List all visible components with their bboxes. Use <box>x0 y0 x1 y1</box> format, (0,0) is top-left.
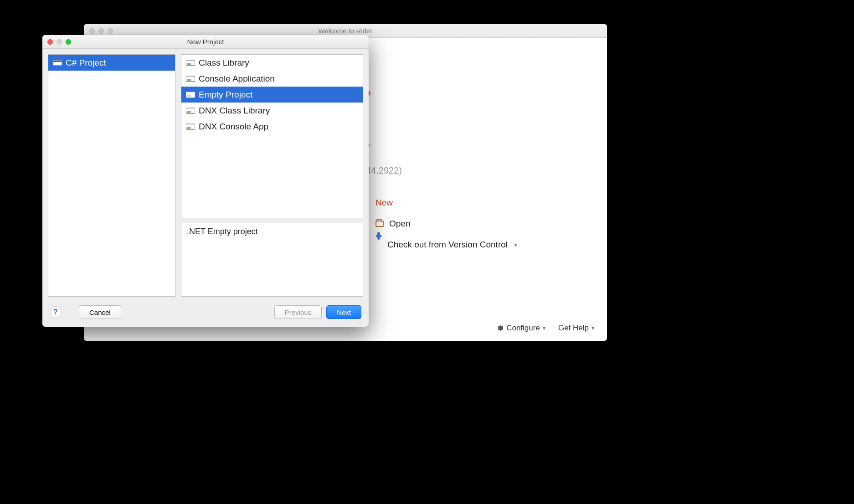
template-icon: c# <box>186 59 195 67</box>
arrow-down-icon <box>376 235 382 250</box>
template-item-dnx-console-app[interactable]: c# DNX Console App <box>181 118 363 134</box>
template-icon: c# <box>186 75 195 82</box>
category-pane: C# Project <box>48 54 175 297</box>
previous-button[interactable]: Previous <box>274 305 322 319</box>
svg-text:c#: c# <box>187 126 191 130</box>
gear-icon <box>496 324 504 332</box>
category-label: C# Project <box>66 58 106 68</box>
csharp-project-icon <box>53 59 62 67</box>
svg-text:c#: c# <box>187 110 191 114</box>
new-project-dialog: New Project C# Project c# Class Library … <box>42 35 369 327</box>
svg-rect-7 <box>53 61 62 62</box>
template-item-dnx-class-library[interactable]: c# DNX Class Library <box>181 103 363 118</box>
svg-text:c#: c# <box>187 62 191 66</box>
configure-menu[interactable]: Configure ▾ <box>496 324 545 333</box>
svg-text:c#: c# <box>187 78 191 82</box>
dialog-titlebar: New Project <box>42 35 369 49</box>
action-checkout-label: Check out from Version Control <box>387 240 508 250</box>
template-item-console-app[interactable]: c# Console Application <box>181 71 363 87</box>
help-button[interactable]: ? <box>50 306 62 318</box>
action-new-label: New <box>376 198 393 208</box>
template-icon: c# <box>186 91 195 98</box>
close-icon[interactable] <box>89 28 95 34</box>
welcome-footer: Configure ▾ Get Help ▾ <box>496 324 594 333</box>
welcome-title: Welcome to Rider <box>84 27 607 35</box>
welcome-traffic-lights <box>89 28 113 34</box>
template-label: Empty Project <box>199 90 252 100</box>
right-column: c# Class Library c# Console Application … <box>181 54 363 297</box>
cancel-button[interactable]: Cancel <box>79 305 121 319</box>
minimize-icon[interactable] <box>98 28 104 34</box>
folder-icon <box>376 221 384 227</box>
action-new[interactable]: New <box>376 198 607 208</box>
template-icon: c# <box>186 123 195 130</box>
dialog-title: New Project <box>42 38 369 46</box>
template-item-empty-project[interactable]: c# Empty Project <box>181 87 363 103</box>
template-item-class-library[interactable]: c# Class Library <box>181 55 363 71</box>
template-description: .NET Empty project <box>181 222 363 297</box>
template-label: Class Library <box>199 58 249 68</box>
minimize-icon[interactable] <box>57 39 62 45</box>
get-help-label: Get Help <box>558 324 589 333</box>
template-pane: c# Class Library c# Console Application … <box>181 54 363 218</box>
template-label: Console Application <box>199 74 275 84</box>
template-label: DNX Console App <box>199 122 268 132</box>
template-label: DNX Class Library <box>199 106 270 116</box>
dialog-footer: ? Cancel Previous Next <box>42 300 369 327</box>
zoom-icon[interactable] <box>66 39 71 45</box>
svg-text:c#: c# <box>187 94 191 98</box>
action-open[interactable]: Open <box>376 219 607 229</box>
category-item-csharp[interactable]: C# Project <box>48 55 175 71</box>
template-icon: c# <box>186 107 195 114</box>
zoom-icon[interactable] <box>108 28 113 34</box>
configure-label: Configure <box>506 324 540 333</box>
action-checkout[interactable]: Check out from Version Control ▾ <box>376 240 607 250</box>
action-open-label: Open <box>389 219 410 229</box>
chevron-down-icon: ▾ <box>592 325 594 331</box>
get-help-menu[interactable]: Get Help ▾ <box>558 324 594 333</box>
dialog-traffic-lights <box>47 39 71 45</box>
next-button[interactable]: Next <box>326 305 361 319</box>
dialog-body: C# Project c# Class Library c# Console A… <box>42 49 369 300</box>
chevron-down-icon: ▾ <box>514 241 517 248</box>
chevron-down-icon: ▾ <box>543 325 545 331</box>
close-icon[interactable] <box>47 39 53 45</box>
